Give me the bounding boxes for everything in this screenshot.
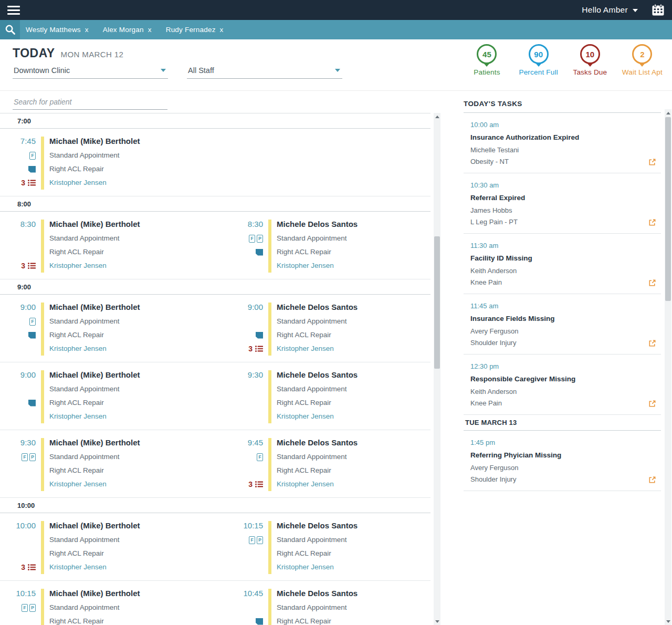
- provider-link[interactable]: Kristopher Jensen: [49, 410, 140, 423]
- note-icon[interactable]: [28, 166, 36, 173]
- provider-link[interactable]: Kristopher Jensen: [277, 477, 358, 491]
- stat-patients[interactable]: 45Patients: [469, 44, 504, 76]
- task-condition: Shoulder Injury: [470, 339, 661, 347]
- task-item[interactable]: 1:45 pmReferring Phyician MissingAvery F…: [464, 431, 661, 491]
- appointment-card[interactable]: 9:003Michele Delos SantosStandard Appoin…: [227, 295, 430, 362]
- document-icon-f[interactable]: F: [249, 536, 255, 544]
- external-link-icon[interactable]: [648, 399, 657, 408]
- document-icon-f[interactable]: F: [22, 604, 28, 612]
- provider-link[interactable]: Kristopher Jensen: [49, 342, 140, 356]
- stat-wait-list-apt[interactable]: 2Wait List Apt: [622, 44, 663, 76]
- status-bar: [41, 137, 44, 190]
- provider-link[interactable]: Kristopher Jensen: [277, 410, 358, 423]
- task-item[interactable]: 10:00 amInsurance Authorization ExpiredM…: [464, 113, 661, 173]
- list-icon[interactable]: [28, 564, 36, 570]
- scrollbar-thumb[interactable]: [434, 236, 440, 369]
- scrollbar-thumb[interactable]: [665, 117, 671, 301]
- stat-pin-tail: [639, 63, 645, 67]
- external-link-icon[interactable]: [648, 218, 657, 227]
- document-icon-p[interactable]: P: [29, 453, 36, 461]
- list-icon[interactable]: [255, 481, 263, 487]
- document-icon-p[interactable]: P: [257, 235, 263, 243]
- document-icon-f[interactable]: F: [22, 453, 28, 461]
- provider-link[interactable]: Kristopher Jensen: [49, 477, 140, 491]
- note-icon[interactable]: [28, 400, 36, 407]
- external-link-icon[interactable]: [648, 339, 657, 348]
- appointment-card[interactable]: 9:45F3Michele Delos SantosStandard Appoi…: [227, 430, 430, 497]
- user-menu[interactable]: Hello Amber: [582, 5, 638, 15]
- remove-tag-button[interactable]: x: [85, 26, 89, 34]
- stat-percent-full[interactable]: 90Percent Full: [519, 44, 558, 76]
- schedule-scrollbar: [434, 113, 440, 625]
- external-link-icon[interactable]: [648, 278, 657, 287]
- provider-link[interactable]: Kristopher Jensen: [49, 560, 140, 574]
- scroll-up-button[interactable]: [665, 109, 671, 117]
- patient-tag[interactable]: Alex Morganx: [103, 26, 152, 34]
- patient-tag[interactable]: Westly Matthewsx: [26, 26, 89, 34]
- search-icon[interactable]: [0, 20, 20, 39]
- menu-icon[interactable]: [7, 4, 20, 17]
- note-icon[interactable]: [28, 332, 36, 339]
- appointment-card[interactable]: 9:00FMichael (Mike) BertholetStandard Ap…: [0, 295, 227, 362]
- calendar-icon[interactable]: [652, 4, 665, 16]
- provider-link[interactable]: Kristopher Jensen: [277, 259, 358, 273]
- task-title: Insurance Authorization Expired: [470, 133, 661, 141]
- scroll-down-button[interactable]: [434, 618, 440, 625]
- staff-select[interactable]: All Staff: [187, 66, 342, 79]
- stat-tasks-due[interactable]: 10Tasks Due: [573, 44, 607, 76]
- appointment-card[interactable]: 9:30Michele Delos SantosStandard Appoint…: [227, 362, 430, 430]
- status-bar: [41, 220, 44, 273]
- appointment-card[interactable]: 8:303Michael (Mike) BertholetStandard Ap…: [0, 212, 227, 279]
- provider-link[interactable]: Kristopher Jensen: [49, 259, 140, 273]
- appointment-card[interactable]: 10:003Michael (Mike) BertholetStandard A…: [0, 513, 227, 580]
- appointment-card[interactable]: 9:00Michael (Mike) BertholetStandard App…: [0, 362, 227, 430]
- patient-search-input[interactable]: [13, 97, 167, 110]
- provider-link[interactable]: Kristopher Jensen: [277, 560, 358, 574]
- appointment-card[interactable]: 8:30FPMichele Delos SantosStandard Appoi…: [227, 212, 430, 279]
- appointment-card[interactable]: 10:15FPMichele Delos SantosStandard Appo…: [227, 513, 430, 580]
- external-link-icon[interactable]: [648, 158, 657, 166]
- remove-tag-button[interactable]: x: [148, 26, 152, 34]
- provider-link[interactable]: Kristopher Jensen: [49, 176, 140, 190]
- remove-tag-button[interactable]: x: [220, 26, 224, 34]
- document-icon-f[interactable]: F: [29, 318, 36, 326]
- note-icon[interactable]: [256, 618, 263, 625]
- scroll-down-button[interactable]: [665, 618, 671, 625]
- document-icon-p[interactable]: P: [257, 536, 263, 544]
- document-icon-f[interactable]: F: [257, 453, 263, 461]
- document-icon-f[interactable]: F: [29, 152, 36, 160]
- appointment-card[interactable]: 10:45Michele Delos SantosStandard Appoin…: [227, 581, 430, 625]
- task-item[interactable]: 11:45 amInsurance Fields MissingAvery Fe…: [464, 294, 661, 355]
- appointment-time-column: 9:30FP: [0, 436, 36, 497]
- doc-icons-slot: F: [29, 149, 36, 162]
- note-icon[interactable]: [256, 332, 263, 339]
- task-time: 1:45 pm: [470, 439, 661, 446]
- stat-circle: 90: [529, 44, 549, 64]
- task-item[interactable]: 11:30 amFacility ID MissingKeith Anderso…: [464, 234, 661, 294]
- appointment-time: 9:00: [20, 369, 36, 382]
- appointment-cell: 9:00FMichael (Mike) BertholetStandard Ap…: [0, 295, 227, 362]
- status-bar: [41, 370, 44, 423]
- patient-name: Michael (Mike) Bertholet: [49, 587, 140, 601]
- patient-tag[interactable]: Rudy Fernadezx: [166, 26, 224, 34]
- external-link-icon[interactable]: [648, 475, 657, 484]
- scroll-up-button[interactable]: [434, 113, 440, 120]
- stat-pin-tail: [587, 63, 593, 67]
- provider-link[interactable]: Kristopher Jensen: [277, 342, 358, 356]
- list-icon[interactable]: [28, 263, 36, 269]
- task-item[interactable]: 12:30 pmResponsible Caregiver MissingKei…: [464, 355, 661, 415]
- stat-pin-tail: [536, 63, 542, 67]
- note-icon[interactable]: [256, 249, 263, 256]
- appointment-detail: Right ACL Repair: [277, 614, 358, 625]
- document-icon-f[interactable]: F: [249, 235, 255, 243]
- appointment-row: 10:003Michael (Mike) BertholetStandard A…: [0, 513, 430, 581]
- document-icon-p[interactable]: P: [29, 604, 36, 612]
- schedule-panel: 7:007:45F3Michael (Mike) BertholetStanda…: [0, 91, 444, 625]
- clinic-select[interactable]: Downtown Clinic: [13, 66, 168, 79]
- appointment-card[interactable]: 7:45F3Michael (Mike) BertholetStandard A…: [0, 129, 227, 196]
- task-item[interactable]: 10:30 amReferral ExpiredJames HobbsL Leg…: [464, 173, 661, 234]
- list-icon[interactable]: [28, 180, 36, 186]
- appointment-card[interactable]: 10:15FPMichael (Mike) BertholetStandard …: [0, 581, 227, 625]
- list-icon[interactable]: [255, 346, 263, 352]
- appointment-card[interactable]: 9:30FPMichael (Mike) BertholetStandard A…: [0, 430, 227, 497]
